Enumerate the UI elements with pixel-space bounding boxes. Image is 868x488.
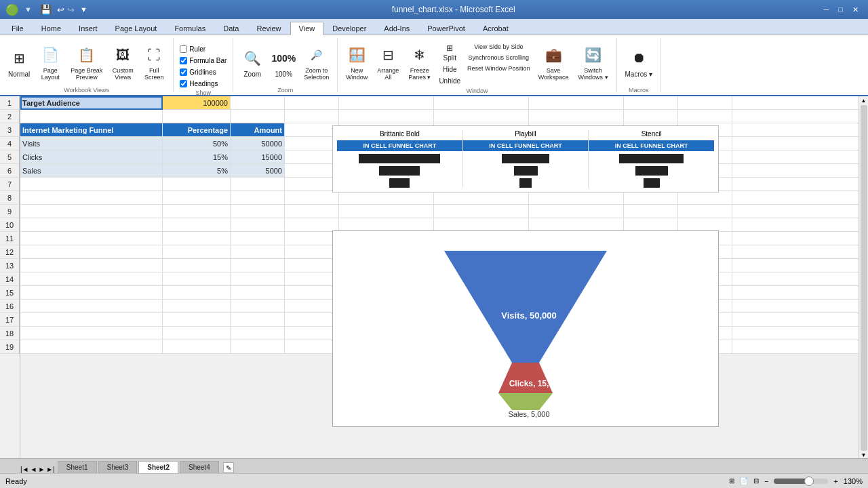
tab-home[interactable]: Home <box>33 22 70 35</box>
cell-r12-c2[interactable] <box>163 245 231 259</box>
cell-r2-c7[interactable] <box>529 110 624 123</box>
cell-r17-c3[interactable] <box>231 313 285 327</box>
view-side-by-side-button[interactable]: View Side by Side <box>465 42 533 52</box>
row-2[interactable] <box>20 110 859 123</box>
headings-check[interactable]: Headings <box>178 79 220 88</box>
cell-r9-c5[interactable] <box>339 205 434 218</box>
cell-r5-c10[interactable] <box>732 150 859 164</box>
cell-r7-c10[interactable] <box>732 178 859 191</box>
cell-r1-c1[interactable]: Target Audience <box>20 96 163 110</box>
zoom-button[interactable]: 🔍 Zoom <box>237 39 267 85</box>
cell-r10-c8[interactable] <box>624 218 678 232</box>
cell-r8-c1[interactable] <box>20 191 163 205</box>
cell-r18-c10[interactable] <box>732 327 859 340</box>
zoom-thumb[interactable] <box>804 476 814 486</box>
cell-r15-c3[interactable] <box>231 286 285 300</box>
cell-r6-c2[interactable]: 5% <box>163 164 231 178</box>
undo-icon[interactable]: ↩ <box>57 5 64 15</box>
sheet-nav-next[interactable]: ► <box>38 466 45 473</box>
row-10[interactable] <box>20 218 859 232</box>
zoom-selection-button[interactable]: 🔎 Zoom toSelection <box>300 39 333 85</box>
cell-r10-c1[interactable] <box>20 218 163 232</box>
cell-r14-c4[interactable] <box>285 272 339 286</box>
cell-r1-c3[interactable] <box>231 96 285 110</box>
cell-r1-c7[interactable] <box>529 96 624 110</box>
cell-r13-c2[interactable] <box>163 259 231 272</box>
reset-window-button[interactable]: Reset Window Position <box>465 64 533 73</box>
gridlines-check[interactable]: Gridlines <box>178 68 218 77</box>
unhide-button[interactable]: Unhide <box>436 76 463 86</box>
tab-file[interactable]: File <box>3 22 33 35</box>
cell-r16-c2[interactable] <box>163 300 231 313</box>
sheet-nav-first[interactable]: |◄ <box>20 466 29 473</box>
cell-r15-c10[interactable] <box>732 286 859 300</box>
cell-r3-c10[interactable] <box>732 123 859 137</box>
tab-developer[interactable]: Developer <box>323 22 375 35</box>
cell-r4-c2[interactable]: 50% <box>163 137 231 150</box>
tab-page-layout[interactable]: Page Layout <box>106 22 166 35</box>
tab-insert[interactable]: Insert <box>70 22 106 35</box>
cell-r6-c1[interactable]: Sales <box>20 164 163 178</box>
macros-button[interactable]: ⏺ Macros ▾ <box>621 39 657 85</box>
cell-r4-c3[interactable]: 50000 <box>231 137 285 150</box>
qa-dropdown[interactable]: ▼ <box>80 5 87 14</box>
cell-r10-c6[interactable] <box>434 218 529 232</box>
cell-r3-c1[interactable]: Internet Marketing Funnel <box>20 123 163 137</box>
page-break-button[interactable]: 📋 Page BreakPreview <box>66 39 106 85</box>
cell-r13-c3[interactable] <box>231 259 285 272</box>
cell-r16-c1[interactable] <box>20 300 163 313</box>
cell-r2-c9[interactable] <box>678 110 732 123</box>
maximize-button[interactable]: □ <box>834 4 847 16</box>
cell-r2-c6[interactable] <box>434 110 529 123</box>
cell-r10-c5[interactable] <box>339 218 434 232</box>
view-normal-icon[interactable]: ⊞ <box>729 477 734 485</box>
vertical-scrollbar[interactable]: ▲ ▼ <box>859 96 868 458</box>
zoom-minus[interactable]: − <box>764 477 768 485</box>
cell-r19-c10[interactable] <box>732 340 859 354</box>
cell-r4-c10[interactable] <box>732 137 859 150</box>
full-screen-button[interactable]: ⛶ FullScreen <box>139 39 169 85</box>
cell-r19-c3[interactable] <box>231 340 285 354</box>
cell-r14-c3[interactable] <box>231 272 285 286</box>
cell-r17-c10[interactable] <box>732 313 859 327</box>
sheet-tab-sheet3[interactable]: Sheet3 <box>98 461 138 473</box>
cell-r6-c3[interactable]: 5000 <box>231 164 285 178</box>
cell-r19-c4[interactable] <box>285 340 339 354</box>
cell-r6-c10[interactable] <box>732 164 859 178</box>
cell-r5-c1[interactable]: Clicks <box>20 150 163 164</box>
custom-views-button[interactable]: 🖼 CustomViews <box>108 39 138 85</box>
row-8[interactable] <box>20 191 859 205</box>
cell-r9-c3[interactable] <box>231 205 285 218</box>
tab-acrobat[interactable]: Acrobat <box>474 22 517 35</box>
close-button[interactable]: ✕ <box>848 4 863 16</box>
cell-r18-c4[interactable] <box>285 327 339 340</box>
ruler-check[interactable]: Ruler <box>178 45 208 54</box>
cell-r2-c4[interactable] <box>285 110 339 123</box>
tab-view[interactable]: View <box>290 22 324 35</box>
cell-r12-c3[interactable] <box>231 245 285 259</box>
cell-r2-c10[interactable] <box>732 110 859 123</box>
insert-sheet-button[interactable]: ✎ <box>223 462 234 473</box>
cell-r1-c2[interactable]: 100000 <box>163 96 231 110</box>
zoom-plus[interactable]: + <box>833 477 837 485</box>
save-workspace-button[interactable]: 💼 SaveWorkspace <box>534 39 573 85</box>
cell-r2-c5[interactable] <box>339 110 434 123</box>
cell-r9-c1[interactable] <box>20 205 163 218</box>
cell-r1-c6[interactable] <box>434 96 529 110</box>
cell-r11-c10[interactable] <box>732 232 859 245</box>
cell-r3-c4[interactable] <box>285 123 339 137</box>
cell-r7-c3[interactable] <box>231 178 285 191</box>
cell-r13-c1[interactable] <box>20 259 163 272</box>
tab-review[interactable]: Review <box>248 22 290 35</box>
arrange-all-button[interactable]: ⊟ ArrangeAll <box>373 39 403 85</box>
zoom-slider[interactable] <box>774 479 828 484</box>
cell-r12-c4[interactable] <box>285 245 339 259</box>
cell-r7-c1[interactable] <box>20 178 163 191</box>
cell-r16-c3[interactable] <box>231 300 285 313</box>
cell-r9-c7[interactable] <box>529 205 624 218</box>
cell-r2-c2[interactable] <box>163 110 231 123</box>
cell-r17-c2[interactable] <box>163 313 231 327</box>
cell-r9-c10[interactable] <box>732 205 859 218</box>
cell-r10-c4[interactable] <box>285 218 339 232</box>
save-icon[interactable]: 💾 <box>40 4 52 15</box>
